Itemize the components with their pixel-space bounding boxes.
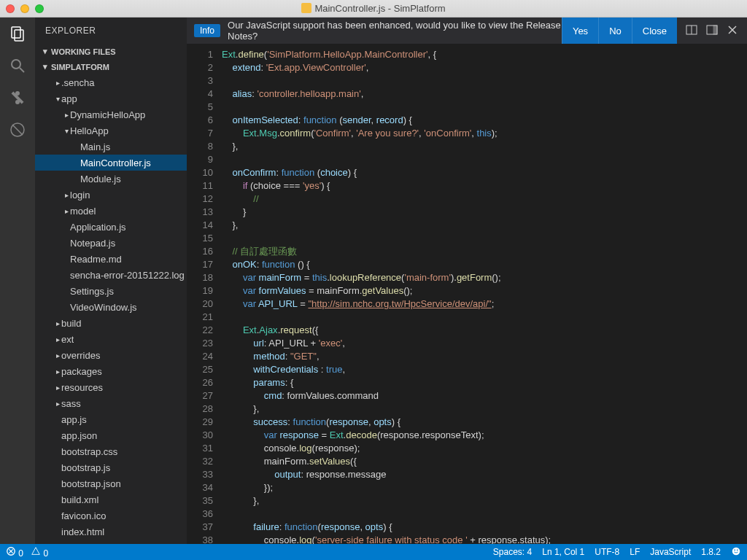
chevron-icon: ▸ xyxy=(54,335,61,343)
tree-item-label: Application.js xyxy=(70,222,126,233)
encoding-status[interactable]: UTF-8 xyxy=(595,547,619,557)
tree-file[interactable]: bootstrap.js xyxy=(35,459,187,475)
tree-folder[interactable]: ▸resources xyxy=(35,379,187,395)
svg-rect-1 xyxy=(15,30,23,41)
chevron-icon: ▸ xyxy=(54,368,61,376)
tree-folder[interactable]: ▸ext xyxy=(35,331,187,347)
tree-item-label: index.html xyxy=(61,526,104,537)
tree-item-label: app.js xyxy=(61,414,87,425)
chevron-icon: ▸ xyxy=(54,351,61,359)
tree-item-label: app xyxy=(61,93,77,104)
working-files-section[interactable]: ▾WORKING FILES xyxy=(35,44,187,59)
tree-file[interactable]: bootstrap.json xyxy=(35,475,187,491)
svg-rect-0 xyxy=(12,27,20,38)
tree-folder[interactable]: ▸overrides xyxy=(35,347,187,363)
chevron-icon: ▸ xyxy=(63,207,70,215)
tree-file[interactable]: Settings.js xyxy=(35,283,187,299)
tree-file[interactable]: Notepad.js xyxy=(35,235,187,251)
tree-item-label: ext xyxy=(61,334,74,345)
svg-point-20 xyxy=(737,549,738,551)
file-tree: ▸.sencha▾app▸DynamicHelloApp▾HelloAppMai… xyxy=(35,74,187,544)
svg-line-3 xyxy=(20,68,24,72)
tree-file[interactable]: app.json xyxy=(35,427,187,443)
status-bar: 0 0 Spaces: 4 Ln 1, Col 1 UTF-8 LF JavaS… xyxy=(0,544,747,560)
tree-folder[interactable]: ▸.sencha xyxy=(35,74,187,90)
chevron-icon: ▾ xyxy=(63,127,70,135)
tree-file[interactable]: bootstrap.css xyxy=(35,443,187,459)
sidebar-title: EXPLORER xyxy=(35,18,187,44)
errors-status[interactable]: 0 xyxy=(6,546,23,559)
tree-folder[interactable]: ▸DynamicHelloApp xyxy=(35,106,187,122)
no-button[interactable]: No xyxy=(598,18,632,44)
chevron-icon: ▸ xyxy=(63,191,70,199)
code-content[interactable]: Ext.define('SimPlatform.HelloApp.MainCon… xyxy=(222,44,747,544)
js-file-icon xyxy=(301,3,311,13)
indentation-status[interactable]: Spaces: 4 xyxy=(493,547,532,557)
tree-item-label: bootstrap.js xyxy=(61,462,110,473)
tree-item-label: Settings.js xyxy=(70,286,114,297)
yes-button[interactable]: Yes xyxy=(562,18,598,44)
tree-folder[interactable]: ▸login xyxy=(35,187,187,203)
close-notification-button[interactable]: Close xyxy=(632,18,677,44)
tree-item-label: Notepad.js xyxy=(70,238,115,249)
tree-item-label: overrides xyxy=(61,350,100,361)
tree-folder[interactable]: ▾app xyxy=(35,90,187,106)
activity-bar xyxy=(0,18,35,544)
chevron-icon: ▸ xyxy=(54,384,61,392)
chevron-icon: ▾ xyxy=(54,95,61,103)
notification-text: Our JavaScript support has been enhanced… xyxy=(228,20,562,42)
feedback-icon[interactable] xyxy=(731,546,741,559)
version-status[interactable]: 1.8.2 xyxy=(701,547,721,557)
tree-item-label: VideoWindow.js xyxy=(70,302,137,313)
tree-folder[interactable]: ▸sass xyxy=(35,395,187,411)
window-title: MainController.js - SimPlatform xyxy=(0,3,747,14)
chevron-icon: ▸ xyxy=(54,79,61,87)
tree-item-label: bootstrap.json xyxy=(61,478,121,489)
debug-icon[interactable] xyxy=(7,120,28,140)
split-editor-icon[interactable] xyxy=(686,24,697,38)
project-section[interactable]: ▾SIMPLATFORM xyxy=(35,59,187,74)
tree-folder[interactable]: ▸build xyxy=(35,315,187,331)
explorer-sidebar: EXPLORER ▾WORKING FILES ▾SIMPLATFORM ▸.s… xyxy=(35,18,187,544)
tree-file[interactable]: Application.js xyxy=(35,219,187,235)
tree-file[interactable]: Module.js xyxy=(35,171,187,187)
tree-file[interactable]: app.js xyxy=(35,411,187,427)
toggle-panel-icon[interactable] xyxy=(706,24,718,38)
svg-line-8 xyxy=(12,125,23,135)
git-icon[interactable] xyxy=(7,88,28,108)
eol-status[interactable]: LF xyxy=(630,547,640,557)
chevron-icon: ▸ xyxy=(54,400,61,408)
info-badge: Info xyxy=(194,24,220,37)
close-editor-icon[interactable] xyxy=(727,24,738,38)
tree-file[interactable]: Main.js xyxy=(35,139,187,155)
tree-item-label: Main.js xyxy=(80,141,110,152)
tree-file[interactable]: build.xml xyxy=(35,491,187,508)
tree-folder[interactable]: ▸packages xyxy=(35,363,187,379)
tree-file[interactable]: VideoWindow.js xyxy=(35,299,187,315)
language-status[interactable]: JavaScript xyxy=(650,547,691,557)
tree-file[interactable]: Readme.md xyxy=(35,251,187,267)
tree-folder[interactable]: ▾HelloApp xyxy=(35,122,187,139)
svg-point-6 xyxy=(16,101,19,104)
tree-file[interactable]: favicon.ico xyxy=(35,508,187,524)
chevron-icon: ▸ xyxy=(54,319,61,327)
tree-item-label: model xyxy=(70,206,96,217)
tree-item-label: resources xyxy=(61,382,103,393)
tree-item-label: login xyxy=(70,190,90,201)
window-titlebar: MainController.js - SimPlatform xyxy=(0,0,747,18)
svg-point-19 xyxy=(734,549,735,551)
tree-file[interactable]: index.html xyxy=(35,524,187,540)
tree-item-label: bootstrap.css xyxy=(61,446,117,457)
line-number-gutter: 1234567891011121314151617181920212223242… xyxy=(187,44,222,544)
explorer-icon[interactable] xyxy=(7,23,28,44)
tree-item-label: sencha-error-20151222.log xyxy=(70,270,185,281)
search-icon[interactable] xyxy=(7,55,28,76)
tree-folder[interactable]: ▸model xyxy=(35,203,187,219)
tree-item-label: sass xyxy=(61,398,81,409)
warnings-status[interactable]: 0 xyxy=(31,546,48,559)
code-editor[interactable]: 1234567891011121314151617181920212223242… xyxy=(187,44,747,544)
tree-file[interactable]: MainController.js xyxy=(35,155,187,171)
notification-bar: Info Our JavaScript support has been enh… xyxy=(187,18,747,44)
tree-file[interactable]: sencha-error-20151222.log xyxy=(35,267,187,283)
cursor-position-status[interactable]: Ln 1, Col 1 xyxy=(542,547,584,557)
